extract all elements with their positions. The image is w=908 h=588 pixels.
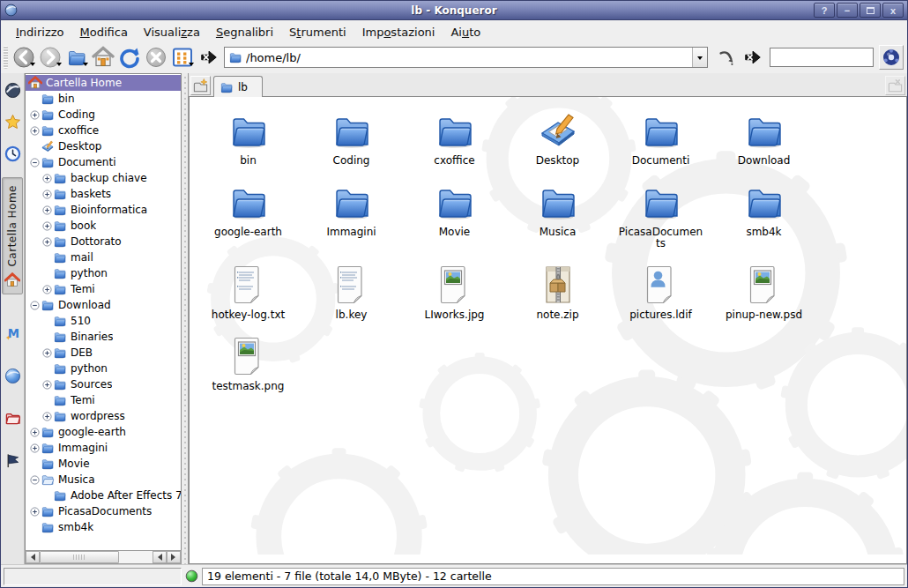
expand-icon[interactable]: [30, 110, 40, 120]
up-button[interactable]: [63, 44, 90, 71]
forward-button[interactable]: [37, 44, 63, 71]
location-input[interactable]: [246, 51, 692, 64]
folder-desktop[interactable]: Desktop: [506, 104, 609, 167]
tab-lb[interactable]: lb: [213, 76, 263, 97]
tree-item-adobe-after-effects-7[interactable]: Adobe After Effects 7: [26, 488, 181, 503]
clear-location-button[interactable]: [196, 44, 222, 71]
help-button[interactable]: ?: [814, 3, 835, 18]
tree-item-sources[interactable]: Sources: [26, 376, 181, 392]
file-hotkey-log-txt[interactable]: hotkey-log.txt: [197, 258, 300, 321]
minimize-button[interactable]: −: [837, 3, 858, 18]
file-testmask-png[interactable]: testmask.png: [197, 330, 300, 392]
sidetab-web-sidebar[interactable]: [2, 78, 24, 101]
expand-icon[interactable]: [42, 237, 52, 247]
location-bar[interactable]: [224, 47, 708, 68]
kubuntu-throbber-button[interactable]: [879, 45, 904, 70]
menu-visualizza[interactable]: Visualizza: [136, 23, 208, 41]
scrollbar-thumb[interactable]: [40, 551, 119, 563]
menu-modifica[interactable]: Modifica: [72, 23, 136, 41]
folder-picasadocuments[interactable]: PicasaDocuments: [609, 175, 712, 249]
menu-indirizzo[interactable]: Indirizzo: [8, 23, 72, 41]
scroll-left-button[interactable]: [26, 551, 40, 563]
tree-item-python[interactable]: python: [26, 361, 181, 376]
tree-item-book[interactable]: book: [26, 218, 181, 234]
location-dropdown-button[interactable]: [692, 48, 707, 67]
panel-splitter[interactable]: [182, 73, 189, 564]
tree-item-google-earth[interactable]: google-earth: [26, 424, 181, 440]
expand-icon[interactable]: [42, 205, 52, 215]
tree-item-movie[interactable]: Movie: [26, 456, 181, 472]
expand-icon[interactable]: [30, 443, 40, 453]
sidetab-network[interactable]: [2, 365, 24, 388]
folder-documenti[interactable]: Documenti: [609, 104, 712, 167]
expand-icon[interactable]: [42, 348, 52, 358]
tree-item-binaries[interactable]: Binaries: [26, 329, 181, 345]
tree-item-bioinformatica[interactable]: Bioinformatica: [26, 202, 181, 218]
icon-view[interactable]: bin Coding cxoffice Desktop Documenti Do…: [189, 96, 907, 564]
expand-icon[interactable]: [42, 285, 52, 294]
scroll-left-button-2[interactable]: [153, 551, 167, 563]
folder-google-earth[interactable]: google-earth: [197, 175, 300, 249]
collapse-icon[interactable]: [30, 158, 40, 167]
tree-item-baskets[interactable]: baskets: [26, 186, 181, 202]
tree-item-documenti[interactable]: Documenti: [26, 154, 181, 170]
home-button[interactable]: [90, 44, 116, 71]
folder-immagini[interactable]: Immagini: [300, 175, 403, 249]
collapse-icon[interactable]: [30, 475, 40, 485]
maximize-button[interactable]: [860, 3, 881, 18]
menu-impostazioni[interactable]: Impostazioni: [354, 23, 443, 41]
go-button[interactable]: [713, 44, 740, 71]
sidebar-horizontal-scrollbar[interactable]: [25, 550, 182, 564]
icon-view-mode-button[interactable]: [169, 44, 196, 71]
file-note-zip[interactable]: note.zip: [506, 258, 609, 321]
tree-item-picasadocuments[interactable]: PicasaDocuments: [26, 503, 181, 519]
tree-item-cxoffice[interactable]: cxoffice: [26, 123, 181, 138]
new-tab-button[interactable]: [190, 76, 211, 95]
expand-icon[interactable]: [42, 174, 52, 183]
expand-icon[interactable]: [42, 380, 52, 390]
menu-segnalibri[interactable]: Segnalibri: [208, 23, 281, 41]
close-tab-button[interactable]: [885, 76, 905, 95]
file-lb-key[interactable]: lb.key: [300, 258, 403, 321]
titlebar[interactable]: lb - Konqueror ? − x: [1, 1, 907, 20]
tree-item-temi[interactable]: Temi: [26, 281, 181, 297]
tree-item-cartella-home[interactable]: Cartella Home: [26, 75, 181, 91]
tree-item-immagini[interactable]: Immagini: [26, 440, 181, 456]
tree-item-deb[interactable]: DEB: [26, 345, 181, 361]
expand-icon[interactable]: [30, 126, 40, 136]
folder-musica[interactable]: Musica: [506, 175, 609, 249]
close-button[interactable]: x: [882, 3, 904, 18]
folder-cxoffice[interactable]: cxoffice: [403, 104, 506, 167]
sidetab-metabar[interactable]: M: [2, 323, 24, 346]
expand-icon[interactable]: [42, 412, 52, 421]
collapse-icon[interactable]: [30, 301, 40, 310]
scrollbar-track[interactable]: [40, 551, 153, 563]
tree-item-download[interactable]: Download: [26, 297, 181, 313]
reload-button[interactable]: [116, 44, 143, 71]
toolbar-drag-handle[interactable]: [4, 46, 8, 69]
file-pinup-new-psd[interactable]: pinup-new.psd: [712, 258, 815, 321]
tree-item-mail[interactable]: mail: [26, 249, 181, 265]
tree-item-python[interactable]: python: [26, 265, 181, 281]
folder-download[interactable]: Download: [712, 104, 815, 167]
tree-item-backup-chiave[interactable]: backup chiave: [26, 170, 181, 186]
sidetab-history[interactable]: [2, 142, 24, 165]
file-pictures-ldif[interactable]: pictures.ldif: [609, 258, 712, 321]
tree-item-dottorato[interactable]: Dottorato: [26, 234, 181, 249]
stop-button[interactable]: [143, 44, 169, 71]
expand-icon[interactable]: [42, 221, 52, 231]
expand-icon[interactable]: [30, 507, 40, 517]
menu-strumenti[interactable]: Strumenti: [281, 23, 354, 41]
tree-item-desktop[interactable]: Desktop: [26, 138, 181, 154]
folder-smb4k[interactable]: smb4k: [712, 175, 815, 249]
sidetab-bookmarks[interactable]: [2, 110, 24, 133]
scroll-right-button[interactable]: [167, 551, 181, 563]
search-input[interactable]: [770, 48, 874, 67]
sidetab-services[interactable]: [2, 450, 24, 473]
sidetab-home-selected[interactable]: Cartella Home: [2, 177, 23, 294]
tree-item-bin[interactable]: bin: [26, 91, 181, 107]
back-button[interactable]: [11, 44, 37, 71]
folder-movie[interactable]: Movie: [403, 175, 506, 249]
folder-bin[interactable]: bin: [197, 104, 300, 167]
tree-item-temi[interactable]: Temi: [26, 392, 181, 408]
